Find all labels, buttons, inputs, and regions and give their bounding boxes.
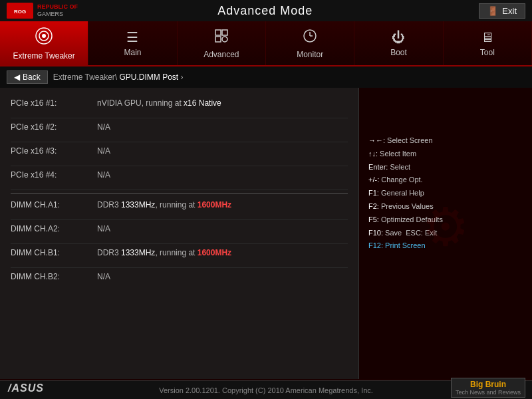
main-icon: ☰ <box>126 29 138 45</box>
pcie3-label: PCIe x16 #3: <box>11 146 90 156</box>
breadcrumb-path: Extreme Tweaker\ GPU.DIMM Post › <box>53 72 184 82</box>
exit-icon: 🚪 <box>487 6 498 16</box>
breadcrumb: ◀ Back Extreme Tweaker\ GPU.DIMM Post › <box>0 66 532 88</box>
dimm-b1-label: DIMM CH.B1: <box>11 248 90 257</box>
dimm-a1-row: DIMM CH.A1: DDR3 1333MHz, running at 160… <box>11 196 348 220</box>
nav-tabs: Extreme Tweaker ☰ Main Advanced Monitor … <box>0 21 532 66</box>
svg-rect-6 <box>222 30 227 35</box>
back-button[interactable]: ◀ Back <box>7 70 48 84</box>
pcie4-row: PCIe x16 #4: N/A <box>11 166 348 190</box>
dimm-b1-value: DDR3 1333MHz, running at 1600MHz <box>90 248 231 257</box>
pcie3-value: N/A <box>90 146 110 156</box>
dimm-a2-label: DIMM CH.A2: <box>11 224 90 233</box>
svg-rect-7 <box>215 37 221 42</box>
tab-boot[interactable]: ⏻ Boot <box>354 21 443 65</box>
pcie4-label: PCIe x16 #4: <box>11 170 90 180</box>
tab-advanced[interactable]: Advanced <box>178 21 266 65</box>
dimm-a1-label: DIMM CH.A1: <box>11 200 90 209</box>
dimm-a1-value: DDR3 1333MHz, running at 1600MHz <box>90 200 231 209</box>
bottom-bar: /ASUS Version 2.00.1201. Copyright (C) 2… <box>0 380 532 399</box>
dimm-a2-row: DIMM CH.A2: N/A <box>11 220 348 244</box>
dimm-a2-value: N/A <box>90 224 110 233</box>
extreme-tweaker-icon <box>35 27 53 49</box>
pcie1-label: PCIe x16 #1: <box>11 98 90 108</box>
tool-icon: 🖥 <box>481 30 494 45</box>
svg-point-8 <box>222 37 227 42</box>
dimm-b2-value: N/A <box>90 272 110 281</box>
advanced-icon <box>213 28 229 47</box>
bigbruin-title: Big Bruin <box>456 380 521 389</box>
content-wrapper: PCIe x16 #1: nVIDIA GPU, running at x16 … <box>0 88 532 379</box>
back-arrow-icon: ◀ <box>14 72 20 82</box>
pcie4-value: N/A <box>90 170 110 180</box>
help-text: →←: Select Screen ↑↓: Select Item Enter:… <box>368 134 523 253</box>
right-panel: ⚙ →←: Select Screen ↑↓: Select Item Ente… <box>359 88 532 379</box>
monitor-icon <box>302 28 318 47</box>
svg-rect-5 <box>215 30 221 35</box>
tab-monitor[interactable]: Monitor <box>266 21 354 65</box>
dimm-b2-row: DIMM CH.B2: N/A <box>11 268 348 292</box>
pcie1-row: PCIe x16 #1: nVIDIA GPU, running at x16 … <box>11 94 348 118</box>
page-title: Advanced Mode <box>51 4 479 18</box>
tab-extreme-tweaker[interactable]: Extreme Tweaker <box>0 21 88 65</box>
pcie2-value: N/A <box>90 122 110 132</box>
pcie3-row: PCIe x16 #3: N/A <box>11 142 348 166</box>
pcie2-label: PCIe x16 #2: <box>11 122 90 132</box>
left-panel: PCIe x16 #1: nVIDIA GPU, running at x16 … <box>0 88 359 379</box>
pcie2-row: PCIe x16 #2: N/A <box>11 118 348 142</box>
dimm-b2-label: DIMM CH.B2: <box>11 272 90 281</box>
asus-logo: /ASUS <box>7 380 47 396</box>
bigbruin-badge: Big Bruin Tech News and Reviews <box>451 378 525 398</box>
svg-point-4 <box>42 34 46 38</box>
top-bar: ROG REPUBLIC OF GAMERS Advanced Mode 🚪 E… <box>0 0 532 21</box>
separator <box>11 193 348 194</box>
tab-tool[interactable]: 🖥 Tool <box>444 21 532 65</box>
copyright-text: Version 2.00.1201. Copyright (C) 2010 Am… <box>159 386 373 394</box>
tab-main[interactable]: ☰ Main <box>88 21 177 65</box>
pcie1-value: nVIDIA GPU, running at x16 Native <box>90 98 221 108</box>
svg-text:/ASUS: /ASUS <box>7 382 44 394</box>
svg-text:ROG: ROG <box>14 9 26 15</box>
exit-button[interactable]: 🚪 Exit <box>479 3 525 19</box>
bigbruin-subtitle: Tech News and Reviews <box>456 389 521 396</box>
dimm-b1-row: DIMM CH.B1: DDR3 1333MHz, running at 160… <box>11 244 348 268</box>
boot-icon: ⏻ <box>392 30 405 45</box>
